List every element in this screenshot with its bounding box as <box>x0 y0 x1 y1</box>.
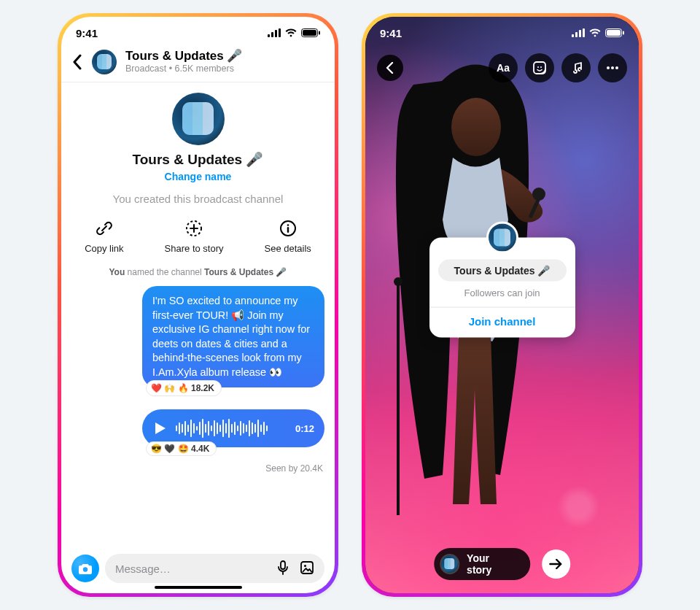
phone-broadcast: 9:41 Tours & Updates 🎤 Broadcast • 6.5K … <box>58 13 338 597</box>
svg-point-31 <box>611 66 614 69</box>
svg-rect-25 <box>607 30 621 36</box>
your-story-label: Your story <box>467 552 516 576</box>
divider <box>429 307 575 308</box>
message-text: I'm SO excited to announce my first-ever… <box>152 295 310 377</box>
status-icons <box>572 28 624 37</box>
divider <box>61 82 335 82</box>
svg-rect-20 <box>572 34 574 37</box>
svg-point-29 <box>540 66 542 68</box>
join-channel-button[interactable]: Join channel <box>438 315 567 328</box>
mic-button[interactable] <box>276 560 289 577</box>
wifi-icon <box>589 28 601 37</box>
svg-rect-23 <box>583 28 585 37</box>
add-story-icon <box>184 218 204 239</box>
sticker-avatar <box>486 222 518 254</box>
share-story-label: Share to story <box>165 243 224 254</box>
status-bar: 9:41 <box>365 17 639 49</box>
svg-point-28 <box>537 66 539 68</box>
svg-rect-5 <box>303 30 316 36</box>
see-details-label: See details <box>265 243 311 254</box>
copy-link-action[interactable]: Copy link <box>85 218 123 254</box>
message-bubble[interactable]: I'm SO excited to announce my first-ever… <box>142 286 324 387</box>
camera-button[interactable] <box>71 555 99 582</box>
status-bar: 9:41 <box>61 17 335 49</box>
channel-title[interactable]: Tours & Updates 🎤 <box>125 49 242 63</box>
message-placeholder: Message… <box>115 563 171 575</box>
waveform <box>176 419 288 438</box>
info-icon <box>278 218 298 239</box>
change-name-link[interactable]: Change name <box>61 171 335 182</box>
voice-reactions[interactable]: 😎 🖤 🤩 4.4K <box>146 441 217 456</box>
svg-point-30 <box>607 66 610 69</box>
play-button[interactable] <box>152 420 168 436</box>
sticker-tool-button[interactable] <box>525 53 554 82</box>
more-options-button[interactable] <box>598 53 627 82</box>
channel-name-large: Tours & Updates 🎤 <box>61 151 335 168</box>
home-indicator <box>155 586 242 589</box>
svg-point-9 <box>287 225 289 227</box>
svg-rect-12 <box>281 561 285 569</box>
next-button[interactable] <box>542 549 570 579</box>
story-background[interactable]: 9:41 Aa <box>365 17 639 593</box>
battery-icon <box>605 28 624 37</box>
channel-subtitle: Broadcast • 6.5K members <box>125 63 242 74</box>
cellular-icon <box>268 28 281 37</box>
wifi-icon <box>285 28 297 37</box>
svg-rect-3 <box>279 28 281 37</box>
music-tool-button[interactable] <box>561 53 591 82</box>
status-time: 9:41 <box>76 27 98 39</box>
status-time: 9:41 <box>380 27 402 39</box>
story-back-button[interactable] <box>377 55 403 81</box>
svg-point-11 <box>83 567 88 571</box>
system-message: You named the channel Tours & Updates 🎤 <box>61 267 335 277</box>
svg-point-19 <box>394 277 402 286</box>
see-details-action[interactable]: See details <box>265 218 311 254</box>
back-button[interactable] <box>71 54 83 70</box>
status-icons <box>268 28 320 37</box>
message-input[interactable]: Message… <box>105 554 324 583</box>
created-caption: You created this broadcast channel <box>61 193 335 205</box>
svg-rect-0 <box>268 34 270 37</box>
voice-duration: 0:12 <box>295 423 314 434</box>
copy-link-label: Copy link <box>85 243 123 254</box>
cellular-icon <box>572 28 585 37</box>
text-tool-button[interactable]: Aa <box>489 53 518 82</box>
svg-rect-26 <box>623 31 624 35</box>
sticker-subtitle: Followers can join <box>438 287 567 298</box>
channel-avatar-large[interactable] <box>172 93 225 145</box>
svg-point-16 <box>532 188 545 201</box>
battery-icon <box>301 28 320 37</box>
your-story-pill[interactable]: Your story <box>434 548 530 580</box>
svg-rect-21 <box>575 32 578 37</box>
svg-rect-2 <box>275 30 277 37</box>
svg-rect-22 <box>579 30 581 37</box>
image-button[interactable] <box>300 560 314 577</box>
svg-point-32 <box>615 66 618 69</box>
svg-rect-1 <box>271 32 273 37</box>
voice-bubble[interactable]: 0:12 😎 🖤 🤩 4.4K <box>142 409 324 447</box>
channel-avatar-small[interactable] <box>92 50 117 74</box>
svg-point-14 <box>304 565 306 567</box>
message-reactions[interactable]: ❤️ 🙌 🔥 18.2K <box>146 380 222 396</box>
your-story-avatar <box>440 554 459 574</box>
svg-rect-6 <box>319 31 320 35</box>
svg-point-15 <box>451 98 501 156</box>
phone-story: 9:41 Aa <box>362 13 642 597</box>
link-icon <box>94 218 114 239</box>
svg-rect-17 <box>529 197 541 218</box>
svg-rect-10 <box>287 227 288 233</box>
sticker-title: Tours & Updates 🎤 <box>438 260 567 282</box>
chat-header: Tours & Updates 🎤 Broadcast • 6.5K membe… <box>61 49 335 82</box>
channel-share-sticker[interactable]: Tours & Updates 🎤 Followers can join Joi… <box>429 238 575 338</box>
share-story-action[interactable]: Share to story <box>165 218 224 254</box>
